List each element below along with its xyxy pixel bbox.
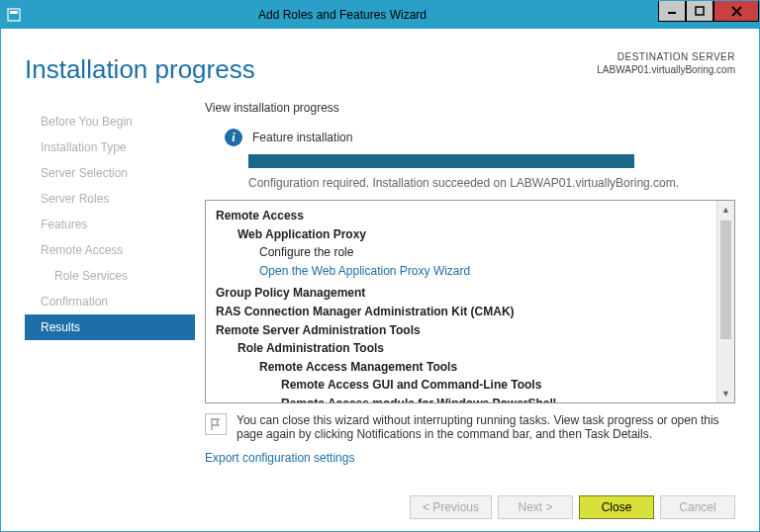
sidebar-item-before-you-begin: Before You Begin	[25, 109, 195, 134]
export-config-link[interactable]: Export configuration settings	[205, 451, 354, 465]
main-heading: View installation progress	[205, 101, 735, 115]
result-ra-powershell: Remote Access module for Windows PowerSh…	[281, 395, 712, 402]
cancel-button: Cancel	[660, 495, 735, 519]
result-cmak: RAS Connection Manager Administration Ki…	[216, 303, 712, 321]
results-list: Remote Access Web Application Proxy Conf…	[206, 201, 716, 402]
wizard-sidebar: Before You Begin Installation Type Serve…	[25, 97, 195, 485]
svg-rect-1	[10, 11, 18, 14]
sidebar-item-features: Features	[25, 212, 195, 237]
scroll-thumb[interactable]	[720, 221, 731, 339]
progress-bar	[248, 154, 634, 168]
previous-button: < Previous	[410, 495, 492, 519]
content-area: Installation progress DESTINATION SERVER…	[1, 29, 759, 531]
main-panel: View installation progress i Feature ins…	[195, 97, 735, 485]
note-row: You can close this wizard without interr…	[205, 413, 735, 441]
result-ra-gui-cli: Remote Access GUI and Command-Line Tools	[281, 376, 712, 395]
titlebar: Add Roles and Features Wizard	[1, 1, 759, 29]
result-rsat: Remote Server Administration Tools	[216, 321, 712, 340]
note-text: You can close this wizard without interr…	[237, 413, 735, 441]
scroll-up-icon[interactable]: ▲	[717, 201, 734, 219]
close-button[interactable]: Close	[579, 495, 654, 519]
result-web-app-proxy: Web Application Proxy	[238, 225, 712, 244]
footer-buttons: < Previous Next > Close Cancel	[410, 495, 735, 519]
maximize-button[interactable]	[686, 1, 713, 22]
wizard-window: Add Roles and Features Wizard Installati…	[0, 0, 760, 532]
sidebar-item-role-services: Role Services	[25, 263, 195, 289]
destination-server: DESTINATION SERVER LABWAP01.virtuallyBor…	[597, 50, 735, 76]
sidebar-item-confirmation: Confirmation	[25, 289, 195, 314]
result-ra-mgmt-tools: Remote Access Management Tools	[259, 358, 712, 377]
result-role-admin-tools: Role Administration Tools	[238, 339, 712, 358]
next-button: Next >	[498, 495, 573, 519]
sidebar-item-remote-access: Remote Access	[25, 237, 195, 263]
app-icon	[1, 8, 27, 22]
destination-label: DESTINATION SERVER	[597, 50, 735, 63]
flag-icon	[205, 413, 227, 435]
info-icon: i	[225, 129, 242, 146]
window-buttons	[658, 1, 759, 29]
sidebar-item-server-roles: Server Roles	[25, 186, 195, 212]
svg-rect-0	[8, 9, 20, 21]
result-gpm: Group Policy Management	[216, 284, 712, 303]
window-title: Add Roles and Features Wizard	[27, 8, 658, 22]
sidebar-item-installation-type: Installation Type	[25, 134, 195, 160]
scrollbar[interactable]: ▲ ▼	[716, 201, 734, 402]
result-remote-access: Remote Access	[216, 207, 712, 225]
sidebar-item-results: Results	[25, 314, 195, 340]
result-configure-role: Configure the role	[259, 243, 712, 262]
results-box: Remote Access Web Application Proxy Conf…	[205, 200, 735, 403]
scroll-down-icon[interactable]: ▼	[717, 385, 734, 402]
destination-value: LABWAP01.virtuallyBoring.com	[597, 63, 735, 76]
page-title: Installation progress	[25, 54, 255, 85]
close-window-button[interactable]	[713, 1, 759, 22]
open-wap-wizard-link[interactable]: Open the Web Application Proxy Wizard	[259, 262, 712, 281]
status-subtext: Configuration required. Installation suc…	[248, 176, 735, 190]
minimize-button[interactable]	[658, 1, 686, 22]
sidebar-item-server-selection: Server Selection	[25, 160, 195, 186]
svg-rect-3	[696, 7, 704, 15]
status-title: Feature installation	[252, 131, 352, 144]
